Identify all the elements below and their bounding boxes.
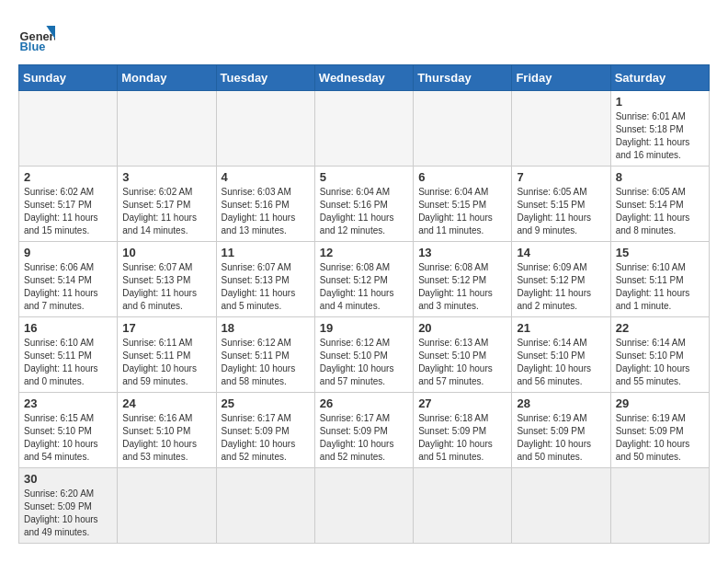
calendar-cell: 18Sunrise: 6:12 AM Sunset: 5:11 PM Dayli… (216, 317, 314, 393)
day-info: Sunrise: 6:12 AM Sunset: 5:11 PM Dayligh… (222, 337, 310, 388)
day-number: 1 (616, 95, 704, 109)
logo-icon: General Blue (18, 18, 55, 55)
calendar-cell (512, 468, 610, 544)
day-info: Sunrise: 6:12 AM Sunset: 5:10 PM Dayligh… (320, 337, 408, 388)
day-info: Sunrise: 6:10 AM Sunset: 5:11 PM Dayligh… (24, 337, 112, 388)
calendar-cell: 12Sunrise: 6:08 AM Sunset: 5:12 PM Dayli… (314, 242, 413, 317)
day-header-thursday: Thursday (414, 65, 512, 91)
calendar-cell: 6Sunrise: 6:04 AM Sunset: 5:15 PM Daylig… (414, 167, 512, 242)
day-number: 18 (222, 321, 310, 335)
calendar-cell: 9Sunrise: 6:06 AM Sunset: 5:14 PM Daylig… (19, 242, 118, 317)
day-info: Sunrise: 6:08 AM Sunset: 5:12 PM Dayligh… (320, 261, 408, 313)
day-info: Sunrise: 6:01 AM Sunset: 5:18 PM Dayligh… (616, 110, 704, 162)
calendar-cell: 30Sunrise: 6:20 AM Sunset: 5:09 PM Dayli… (19, 468, 118, 544)
calendar-cell: 25Sunrise: 6:17 AM Sunset: 5:09 PM Dayli… (216, 393, 314, 468)
calendar-cell (610, 468, 709, 544)
day-number: 23 (24, 396, 112, 410)
day-number: 19 (320, 321, 408, 335)
day-number: 4 (222, 170, 310, 184)
day-info: Sunrise: 6:07 AM Sunset: 5:13 PM Dayligh… (222, 261, 310, 313)
calendar-cell: 16Sunrise: 6:10 AM Sunset: 5:11 PM Dayli… (19, 317, 118, 393)
calendar-cell: 29Sunrise: 6:19 AM Sunset: 5:09 PM Dayli… (610, 393, 709, 468)
calendar-cell (314, 468, 413, 544)
calendar-header-row: SundayMondayTuesdayWednesdayThursdayFrid… (19, 65, 710, 91)
calendar-cell: 2Sunrise: 6:02 AM Sunset: 5:17 PM Daylig… (19, 167, 118, 242)
day-number: 20 (418, 321, 506, 335)
day-header-saturday: Saturday (610, 65, 709, 91)
day-number: 24 (122, 396, 210, 410)
day-number: 6 (418, 170, 506, 184)
calendar-week-5: 23Sunrise: 6:15 AM Sunset: 5:10 PM Dayli… (19, 393, 710, 468)
day-header-wednesday: Wednesday (314, 65, 413, 91)
day-number: 10 (122, 246, 210, 259)
calendar-cell: 14Sunrise: 6:09 AM Sunset: 5:12 PM Dayli… (512, 242, 610, 317)
day-number: 17 (122, 321, 210, 335)
calendar-cell: 3Sunrise: 6:02 AM Sunset: 5:17 PM Daylig… (118, 167, 216, 242)
day-header-monday: Monday (118, 65, 216, 91)
calendar-cell: 17Sunrise: 6:11 AM Sunset: 5:11 PM Dayli… (118, 317, 216, 393)
calendar-cell: 19Sunrise: 6:12 AM Sunset: 5:10 PM Dayli… (314, 317, 413, 393)
day-info: Sunrise: 6:13 AM Sunset: 5:10 PM Dayligh… (418, 337, 506, 388)
day-info: Sunrise: 6:14 AM Sunset: 5:10 PM Dayligh… (616, 337, 704, 388)
day-number: 7 (517, 170, 605, 184)
day-info: Sunrise: 6:06 AM Sunset: 5:14 PM Dayligh… (24, 261, 112, 313)
calendar-cell: 23Sunrise: 6:15 AM Sunset: 5:10 PM Dayli… (19, 393, 118, 468)
day-info: Sunrise: 6:19 AM Sunset: 5:09 PM Dayligh… (517, 412, 605, 464)
day-number: 30 (24, 472, 112, 486)
calendar-week-6: 30Sunrise: 6:20 AM Sunset: 5:09 PM Dayli… (19, 468, 710, 544)
calendar-week-1: 1Sunrise: 6:01 AM Sunset: 5:18 PM Daylig… (19, 91, 710, 167)
day-info: Sunrise: 6:04 AM Sunset: 5:15 PM Dayligh… (418, 186, 506, 237)
calendar-cell: 15Sunrise: 6:10 AM Sunset: 5:11 PM Dayli… (610, 242, 709, 317)
calendar-cell: 10Sunrise: 6:07 AM Sunset: 5:13 PM Dayli… (118, 242, 216, 317)
calendar-week-3: 9Sunrise: 6:06 AM Sunset: 5:14 PM Daylig… (19, 242, 710, 317)
day-number: 3 (122, 170, 210, 184)
calendar: SundayMondayTuesdayWednesdayThursdayFrid… (18, 64, 710, 544)
calendar-cell: 21Sunrise: 6:14 AM Sunset: 5:10 PM Dayli… (512, 317, 610, 393)
day-info: Sunrise: 6:05 AM Sunset: 5:14 PM Dayligh… (616, 186, 704, 237)
calendar-cell (118, 91, 216, 167)
day-number: 29 (616, 396, 704, 410)
day-info: Sunrise: 6:17 AM Sunset: 5:09 PM Dayligh… (222, 412, 310, 464)
page-header: General Blue (18, 18, 710, 55)
calendar-cell (512, 91, 610, 167)
day-info: Sunrise: 6:19 AM Sunset: 5:09 PM Dayligh… (616, 412, 704, 464)
svg-text:Blue: Blue (20, 40, 46, 53)
calendar-cell: 1Sunrise: 6:01 AM Sunset: 5:18 PM Daylig… (610, 91, 709, 167)
day-number: 25 (222, 396, 310, 410)
calendar-cell (414, 91, 512, 167)
logo: General Blue (18, 18, 55, 55)
calendar-cell: 20Sunrise: 6:13 AM Sunset: 5:10 PM Dayli… (414, 317, 512, 393)
day-number: 5 (320, 170, 408, 184)
day-number: 14 (517, 246, 605, 259)
day-number: 28 (517, 396, 605, 410)
day-header-sunday: Sunday (19, 65, 118, 91)
day-number: 16 (24, 321, 112, 335)
calendar-cell: 27Sunrise: 6:18 AM Sunset: 5:09 PM Dayli… (414, 393, 512, 468)
calendar-cell: 11Sunrise: 6:07 AM Sunset: 5:13 PM Dayli… (216, 242, 314, 317)
day-number: 22 (616, 321, 704, 335)
day-header-tuesday: Tuesday (216, 65, 314, 91)
day-info: Sunrise: 6:11 AM Sunset: 5:11 PM Dayligh… (122, 337, 210, 388)
day-number: 9 (24, 246, 112, 259)
day-info: Sunrise: 6:08 AM Sunset: 5:12 PM Dayligh… (418, 261, 506, 313)
day-number: 12 (320, 246, 408, 259)
day-number: 2 (24, 170, 112, 184)
day-number: 27 (418, 396, 506, 410)
day-info: Sunrise: 6:18 AM Sunset: 5:09 PM Dayligh… (418, 412, 506, 464)
day-info: Sunrise: 6:14 AM Sunset: 5:10 PM Dayligh… (517, 337, 605, 388)
day-number: 13 (418, 246, 506, 259)
day-info: Sunrise: 6:05 AM Sunset: 5:15 PM Dayligh… (517, 186, 605, 237)
calendar-week-4: 16Sunrise: 6:10 AM Sunset: 5:11 PM Dayli… (19, 317, 710, 393)
calendar-cell (314, 91, 413, 167)
day-number: 21 (517, 321, 605, 335)
calendar-cell (414, 468, 512, 544)
calendar-cell: 5Sunrise: 6:04 AM Sunset: 5:16 PM Daylig… (314, 167, 413, 242)
day-info: Sunrise: 6:02 AM Sunset: 5:17 PM Dayligh… (122, 186, 210, 237)
day-number: 8 (616, 170, 704, 184)
day-info: Sunrise: 6:03 AM Sunset: 5:16 PM Dayligh… (222, 186, 310, 237)
calendar-cell (118, 468, 216, 544)
calendar-cell: 26Sunrise: 6:17 AM Sunset: 5:09 PM Dayli… (314, 393, 413, 468)
day-info: Sunrise: 6:02 AM Sunset: 5:17 PM Dayligh… (24, 186, 112, 237)
day-info: Sunrise: 6:15 AM Sunset: 5:10 PM Dayligh… (24, 412, 112, 464)
calendar-cell: 4Sunrise: 6:03 AM Sunset: 5:16 PM Daylig… (216, 167, 314, 242)
